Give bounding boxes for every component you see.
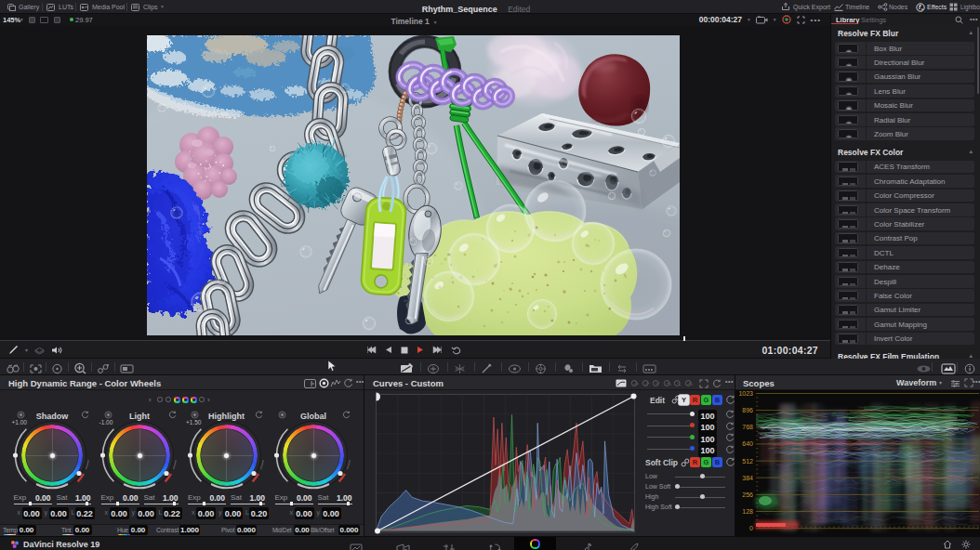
svg-text:768: 768 (742, 424, 753, 430)
svg-text:256: 256 (742, 491, 753, 498)
svg-text:512: 512 (742, 458, 753, 465)
svg-text:f: f (919, 4, 921, 10)
svg-text:128: 128 (742, 508, 753, 515)
svg-text:384: 384 (742, 475, 753, 481)
svg-text:640: 640 (742, 440, 753, 447)
svg-text:1023: 1023 (738, 390, 753, 397)
svg-text:0: 0 (749, 525, 753, 531)
svg-text:896: 896 (742, 407, 753, 413)
